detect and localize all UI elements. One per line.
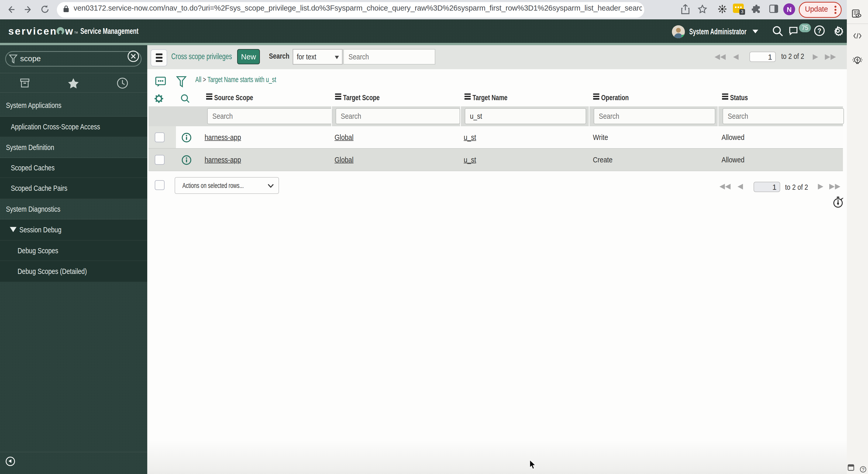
svg-text:?: ? [817,27,821,34]
